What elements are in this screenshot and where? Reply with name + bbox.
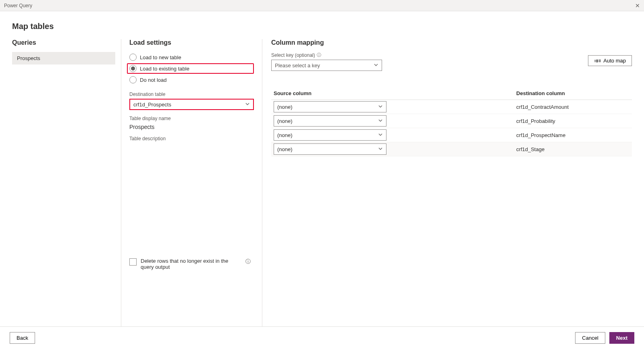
footer-bar: Back Cancel Next [0,326,644,349]
queries-panel: Queries Prospects [12,39,121,326]
table-row: (none) crf1d_ContractAmount [271,100,632,114]
back-button[interactable]: Back [10,332,35,344]
destination-column-cell: crf1d_ContractAmount [514,100,632,114]
main-columns: Queries Prospects Load settings Load to … [12,39,632,326]
destination-column-cell: crf1d_Probability [514,114,632,128]
chevron-down-icon [378,104,383,110]
radio-load-new[interactable]: Load to new table [129,52,254,62]
source-column-select[interactable]: (none) [274,101,386,112]
mapping-header: Column mapping Select key (optional) ⓘ P… [271,39,632,71]
chevron-down-icon [378,132,383,138]
select-key-dropdown[interactable]: Please select a key [271,60,382,71]
radio-icon [129,65,137,72]
radio-load-existing[interactable]: Load to existing table [127,63,254,74]
delete-rows-checkbox[interactable] [129,258,137,266]
th-destination-column: Destination column [514,87,632,100]
delete-rows-label: Delete rows that no longer exist in the … [141,258,241,270]
delete-rows-row: Delete rows that no longer exist in the … [129,258,254,326]
source-column-select[interactable]: (none) [274,143,386,155]
chevron-down-icon [378,146,383,152]
radio-do-not-load[interactable]: Do not load [129,75,254,85]
content-area: Map tables Queries Prospects Load settin… [0,11,644,326]
select-key-label: Select key (optional) ⓘ [271,52,632,58]
source-column-select[interactable]: (none) [274,115,386,127]
chevron-down-icon [374,62,378,69]
page-title: Map tables [12,22,632,31]
info-icon: ⓘ [245,258,251,265]
close-icon[interactable]: ✕ [635,2,640,9]
radio-label: Load to new table [140,54,181,60]
source-column-select[interactable]: (none) [274,129,386,141]
queries-heading: Queries [12,39,115,46]
chevron-down-icon [378,118,383,124]
radio-label: Do not load [140,77,167,83]
destination-table-label: Destination table [129,91,254,97]
radio-label: Load to existing table [140,66,189,72]
destination-column-cell: crf1d_ProspectName [514,128,632,142]
destination-table-value: crf1d_Prospects [133,102,171,108]
column-mapping-panel: Column mapping Select key (optional) ⓘ P… [262,39,632,326]
auto-map-icon: ⇉≡ [594,58,601,64]
query-item-prospects[interactable]: Prospects [12,52,115,64]
column-mapping-heading: Column mapping [271,39,632,46]
th-source-column: Source column [271,87,514,100]
column-mapping-table: Source column Destination column (none) … [271,87,632,156]
table-description-label: Table description [129,136,254,141]
table-row: (none) crf1d_Stage [271,142,632,156]
radio-icon [129,76,137,83]
cancel-button[interactable]: Cancel [575,332,605,344]
auto-map-label: Auto map [603,58,626,64]
table-row: (none) crf1d_Probability [271,114,632,128]
destination-column-cell: crf1d_Stage [514,142,632,156]
table-display-name-value: Prospects [129,124,254,130]
select-key-placeholder: Please select a key [275,62,320,69]
info-icon: ⓘ [317,52,321,58]
chevron-down-icon [245,102,250,108]
table-display-name-label: Table display name [129,116,254,121]
load-settings-heading: Load settings [129,39,254,46]
destination-table-select[interactable]: crf1d_Prospects [129,99,254,110]
load-settings-panel: Load settings Load to new table Load to … [121,39,262,326]
next-button[interactable]: Next [609,332,634,344]
window-title: Power Query [4,3,32,8]
titlebar: Power Query ✕ [0,0,644,11]
auto-map-button[interactable]: ⇉≡ Auto map [588,55,632,66]
radio-icon [129,54,137,61]
table-row: (none) crf1d_ProspectName [271,128,632,142]
